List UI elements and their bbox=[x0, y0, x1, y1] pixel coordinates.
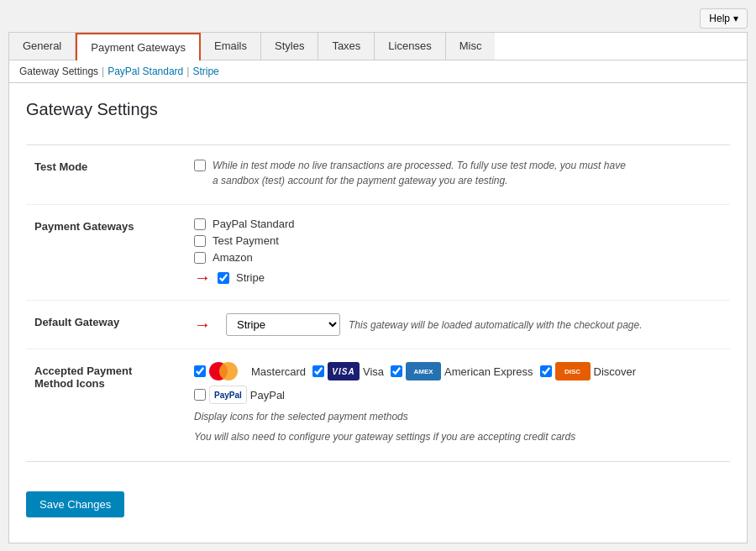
test-mode-label: Test Mode bbox=[26, 145, 177, 205]
payment-checkbox-visa[interactable] bbox=[312, 365, 324, 377]
payment-icons-row-1: Mastercard VISA Visa AMEX bbox=[194, 362, 722, 380]
gateway-checkbox-paypal[interactable] bbox=[194, 218, 206, 230]
gateway-item-test: Test Payment bbox=[194, 234, 722, 247]
tab-misc[interactable]: Misc bbox=[446, 33, 496, 60]
payment-checkbox-mastercard[interactable] bbox=[194, 365, 206, 377]
payment-label-discover: Discover bbox=[594, 365, 637, 378]
tab-general[interactable]: General bbox=[9, 33, 76, 60]
mastercard-icon bbox=[209, 362, 241, 380]
tab-styles[interactable]: Styles bbox=[261, 33, 318, 60]
test-mode-field: While in test mode no live transactions … bbox=[177, 145, 730, 205]
help-label: Help bbox=[709, 13, 730, 24]
gateway-item-paypal: PayPal Standard bbox=[194, 218, 722, 230]
gateway-label-paypal: PayPal Standard bbox=[213, 218, 295, 230]
payment-checkbox-paypal[interactable] bbox=[194, 389, 206, 401]
chevron-down-icon: ▾ bbox=[733, 13, 738, 24]
payment-note-2: You will also need to configure your gat… bbox=[194, 429, 722, 444]
save-button[interactable]: Save Changes bbox=[26, 491, 124, 517]
help-button[interactable]: Help ▾ bbox=[700, 8, 748, 29]
payment-checkbox-amex[interactable] bbox=[391, 365, 402, 377]
breadcrumb-sep-2: | bbox=[186, 66, 189, 77]
discover-icon: DISC bbox=[555, 362, 591, 380]
test-mode-row: Test Mode While in test mode no live tra… bbox=[26, 145, 730, 205]
tab-licenses[interactable]: Licenses bbox=[375, 33, 445, 60]
payment-method-discover: DISC Discover bbox=[540, 362, 637, 380]
breadcrumb-stripe-link[interactable]: Stripe bbox=[192, 66, 218, 77]
main-content: Gateway Settings Test Mode While in test… bbox=[8, 83, 748, 543]
payment-icons-label-text: Accepted Payment Method Icons bbox=[34, 365, 132, 390]
default-gateway-field: → PayPal Standard Test Payment Amazon St… bbox=[177, 301, 730, 349]
payment-icons-container: Mastercard VISA Visa AMEX bbox=[194, 362, 722, 444]
tab-emails[interactable]: Emails bbox=[201, 33, 261, 60]
default-gateway-row: Default Gateway → PayPal Standard Test P… bbox=[26, 301, 730, 349]
payment-method-visa: VISA Visa bbox=[312, 362, 384, 380]
payment-method-paypal: PayPal PayPal bbox=[194, 386, 285, 404]
gateway-label-amazon: Amazon bbox=[213, 251, 253, 264]
gateway-item-stripe: Stripe bbox=[218, 271, 265, 284]
payment-method-amex: AMEX American Express bbox=[391, 362, 533, 380]
breadcrumb-current: Gateway Settings bbox=[19, 66, 98, 77]
payment-label-visa: Visa bbox=[363, 365, 384, 378]
save-section: Save Changes bbox=[26, 461, 730, 517]
paypal-icon: PayPal bbox=[209, 386, 247, 404]
tab-payment-gateways[interactable]: Payment Gateways bbox=[76, 33, 201, 60]
test-mode-description: While in test mode no live transactions … bbox=[213, 158, 633, 188]
test-mode-checkbox[interactable] bbox=[194, 160, 206, 171]
payment-gateways-field: PayPal Standard Test Payment Amazon → bbox=[177, 205, 730, 301]
stripe-arrow-row: → Stripe bbox=[194, 268, 722, 287]
payment-label-amex: American Express bbox=[444, 365, 533, 378]
payment-icons-label: Accepted Payment Method Icons bbox=[26, 349, 177, 458]
settings-table: Test Mode While in test mode no live tra… bbox=[26, 144, 730, 457]
payment-gateways-row: Payment Gateways PayPal Standard Test Pa… bbox=[26, 205, 730, 301]
amex-icon: AMEX bbox=[406, 362, 441, 380]
tab-bar: General Payment Gateways Emails Styles T… bbox=[8, 32, 748, 60]
payment-icons-row-2: PayPal PayPal bbox=[194, 386, 722, 404]
tab-taxes[interactable]: Taxes bbox=[318, 33, 375, 60]
test-mode-checkbox-row: While in test mode no live transactions … bbox=[194, 158, 722, 188]
payment-icons-field: Mastercard VISA Visa AMEX bbox=[177, 349, 730, 458]
gateway-label-stripe: Stripe bbox=[236, 271, 265, 284]
payment-checkbox-discover[interactable] bbox=[540, 365, 552, 377]
default-gateway-select[interactable]: PayPal Standard Test Payment Amazon Stri… bbox=[226, 313, 340, 336]
breadcrumb-sep-1: | bbox=[102, 66, 104, 77]
top-bar: Help ▾ bbox=[8, 8, 748, 29]
payment-label-paypal: PayPal bbox=[250, 389, 285, 401]
gateway-list: PayPal Standard Test Payment Amazon → bbox=[194, 218, 722, 287]
payment-note-1: Display icons for the selected payment m… bbox=[194, 409, 722, 424]
gateway-label-test: Test Payment bbox=[213, 234, 279, 247]
breadcrumb: Gateway Settings | PayPal Standard | Str… bbox=[8, 60, 748, 83]
payment-icons-row: Accepted Payment Method Icons bbox=[26, 349, 730, 458]
default-gateway-arrow-icon: → bbox=[194, 315, 211, 334]
section-title: Gateway Settings bbox=[26, 100, 730, 128]
payment-gateways-label: Payment Gateways bbox=[26, 205, 177, 301]
payment-label-mastercard: Mastercard bbox=[251, 365, 306, 378]
gateway-checkbox-stripe[interactable] bbox=[218, 272, 229, 284]
default-gateway-description: This gateway will be loaded automaticall… bbox=[349, 319, 643, 331]
gateway-item-amazon: Amazon bbox=[194, 251, 722, 264]
default-gateway-label: Default Gateway bbox=[26, 301, 177, 349]
stripe-arrow-icon: → bbox=[194, 268, 211, 287]
visa-icon: VISA bbox=[328, 362, 360, 380]
default-gateway-content: → PayPal Standard Test Payment Amazon St… bbox=[194, 313, 722, 336]
gateway-checkbox-amazon[interactable] bbox=[194, 252, 206, 264]
breadcrumb-paypal-link[interactable]: PayPal Standard bbox=[108, 66, 183, 77]
gateway-checkbox-test[interactable] bbox=[194, 235, 206, 247]
payment-method-mastercard: Mastercard bbox=[194, 362, 306, 380]
